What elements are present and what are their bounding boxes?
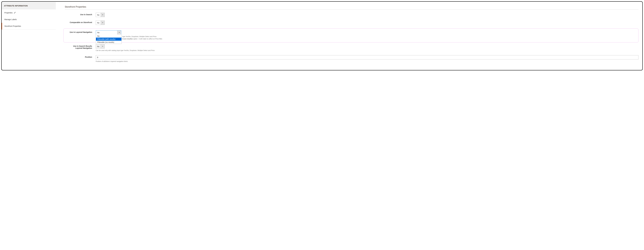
field-label: Use in Search (65, 13, 96, 15)
sidebar-item-label: Storefront Properties (4, 25, 21, 27)
sidebar-item-label: Manage Labels (4, 18, 17, 20)
admin-panel: ATTRIBUTE INFORMATION Properties Manage … (1, 1, 643, 70)
dropdown-option-no[interactable]: No (96, 34, 122, 38)
main-content: Storefront Properties Use in Search No C… (56, 2, 642, 70)
pencil-icon (14, 12, 16, 14)
comparable-select[interactable]: No (96, 20, 105, 25)
field-use-in-search: Use in Search No (65, 13, 638, 17)
field-label: Position (65, 55, 96, 58)
help-text: Position of attribute in layered navigat… (96, 60, 638, 63)
field-comparable: Comparable on Storefront No (65, 20, 638, 25)
chevron-down-icon (117, 30, 121, 34)
select-value: No (96, 21, 101, 25)
sidebar-item-label: Properties (4, 12, 12, 14)
highlight-box: Use in Layered Navigation No No Filterab… (64, 28, 638, 42)
field-position: Position Position of attribute in layere… (65, 55, 638, 63)
select-value: No (96, 30, 117, 34)
sidebar-separator (2, 29, 56, 30)
sidebar-item-properties[interactable]: Properties (2, 9, 56, 16)
field-label: Use in Layered Navigation (65, 30, 96, 33)
position-input[interactable] (96, 55, 638, 59)
search-results-layered-select: No (96, 44, 105, 48)
help-text: Can be used only with catalog input type… (96, 49, 638, 52)
sidebar-item-storefront-properties[interactable]: Storefront Properties (2, 23, 56, 29)
field-layered-nav: Use in Layered Navigation No No Filterab… (64, 30, 638, 40)
field-label: Comparable on Storefront (65, 20, 96, 23)
help-text: type Yes/No, Dropdown, Multiple Select a… (96, 35, 637, 40)
sidebar-item-manage-labels[interactable]: Manage Labels (2, 16, 56, 23)
sidebar: ATTRIBUTE INFORMATION Properties Manage … (2, 2, 56, 70)
chevron-down-icon (101, 21, 104, 25)
layered-nav-dropdown: No Filterable (with results) Filterable … (96, 34, 122, 44)
field-label: Use in Search Results Layered Navigation (65, 44, 96, 49)
select-value: No (96, 13, 101, 17)
select-value: No (96, 44, 101, 48)
section-title: Storefront Properties (65, 5, 638, 8)
field-search-results-layered: Use in Search Results Layered Navigation… (65, 44, 638, 52)
use-in-search-select[interactable]: No (96, 13, 105, 17)
sidebar-header: ATTRIBUTE INFORMATION (2, 2, 56, 9)
chevron-down-icon (101, 44, 104, 48)
title-rule (65, 9, 638, 10)
chevron-down-icon (101, 13, 104, 17)
dropdown-option-filterable-no-results[interactable]: Filterable (no results) (96, 41, 122, 44)
layered-nav-select[interactable]: No (96, 30, 121, 35)
dropdown-option-filterable-with-results[interactable]: Filterable (with results) (96, 38, 122, 41)
